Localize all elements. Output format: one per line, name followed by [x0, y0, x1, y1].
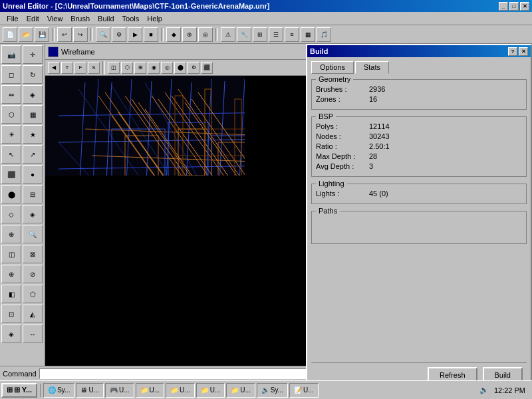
tool-btn-extra7[interactable]: ⊡	[1, 305, 21, 323]
dialog-title-buttons: ? ✕	[508, 47, 528, 56]
toolbar-btn-11[interactable]: 🔧	[237, 27, 251, 42]
sub-toolbar-btn-s[interactable]: S	[88, 62, 100, 74]
start-button[interactable]: ⊞ ⊞ Y...	[1, 383, 37, 398]
toolbar-btn-5[interactable]: ▶	[128, 27, 142, 42]
toolbar-undo[interactable]: ↩	[57, 27, 72, 42]
tool-btn-shape[interactable]: ◇	[1, 205, 21, 223]
sub-toolbar-btn-5[interactable]: ◉	[148, 62, 160, 74]
taskbar-item-5[interactable]: 📁 U...	[196, 383, 225, 398]
toolbar-btn-15[interactable]: ▦	[301, 27, 315, 42]
taskbar-item-6[interactable]: 📁 U...	[226, 383, 255, 398]
tool-btn-select[interactable]: ◻	[1, 65, 21, 84]
tool-btn-extra8[interactable]: ◭	[23, 305, 43, 323]
toolbar-btn-14[interactable]: ≡	[285, 27, 299, 42]
tool-btn-extra9[interactable]: ◈	[1, 325, 21, 343]
taskbar-icon-7: 🔊	[261, 386, 269, 394]
sub-toolbar-btn-t[interactable]: T	[61, 62, 73, 74]
tool-btn-extra5[interactable]: ◧	[1, 285, 21, 303]
menu-build[interactable]: Build	[94, 13, 118, 24]
sub-toolbar-btn-4[interactable]: ⊞	[134, 62, 146, 74]
toolbar-btn-9[interactable]: ◎	[198, 27, 213, 42]
tool-btn-zoom[interactable]: 🔍	[23, 225, 43, 243]
toolbar-save[interactable]: 💾	[35, 27, 49, 42]
toolbar-btn-3[interactable]: 🔍	[96, 27, 110, 42]
tool-btn-diagonal[interactable]: ↗	[23, 145, 43, 164]
dialog-close-button[interactable]: ✕	[519, 47, 528, 56]
tab-stats[interactable]: Stats	[355, 61, 389, 74]
sub-toolbar-btn-7[interactable]: ⬤	[174, 62, 186, 74]
tool-btn-sphere[interactable]: ●	[23, 165, 43, 184]
tool-btn-actor[interactable]: ★	[23, 125, 43, 144]
toolbar-redo[interactable]: ↪	[73, 27, 88, 42]
toolbar-btn-13[interactable]: ☰	[269, 27, 283, 42]
toolbar-btn-7[interactable]: ◆	[166, 27, 181, 42]
taskbar-item-4[interactable]: 📁 U...	[166, 383, 195, 398]
taskbar-label-0: Sy...	[57, 386, 70, 394]
tool-btn-extra2[interactable]: ⊠	[23, 245, 43, 263]
tool-btn-cube[interactable]: ⬛	[1, 165, 21, 184]
taskbar-item-8[interactable]: 📝 U...	[289, 383, 319, 398]
tool-btn-rotate[interactable]: ↻	[23, 65, 43, 84]
toolbar-btn-8[interactable]: ⊕	[182, 27, 197, 42]
menu-view[interactable]: View	[43, 13, 67, 24]
taskbar-item-7[interactable]: 🔊 Sy...	[257, 383, 288, 398]
menu-edit[interactable]: Edit	[23, 13, 43, 24]
close-button[interactable]: ✕	[520, 2, 529, 11]
tab-options[interactable]: Options	[311, 61, 354, 74]
sub-toolbar-btn-3[interactable]: ⬡	[121, 62, 133, 74]
tool-row-10: ⊕ 🔍	[1, 225, 43, 243]
taskbar-item-1[interactable]: 🖥 U...	[76, 383, 104, 398]
menu-tools[interactable]: Tools	[118, 13, 144, 24]
menu-file[interactable]: File	[3, 13, 23, 24]
menu-brush[interactable]: Brush	[66, 13, 94, 24]
lights-row: Lights : 45 (0)	[316, 190, 522, 198]
toolbar-btn-4[interactable]: ⚙	[112, 27, 126, 42]
sub-toolbar-btn-f[interactable]: F	[74, 62, 86, 74]
tool-btn-brush[interactable]: ⬡	[1, 105, 21, 124]
tool-btn-camera[interactable]: 📷	[1, 45, 21, 64]
minimize-button[interactable]: _	[499, 2, 508, 11]
maximize-button[interactable]: □	[509, 2, 519, 11]
menu-help[interactable]: Help	[143, 13, 166, 24]
zones-label: Zones :	[316, 95, 369, 103]
tool-row-6: ↖ ↗	[1, 145, 43, 164]
sub-toolbar-btn-1[interactable]: ◀	[48, 62, 60, 74]
tool-btn-move[interactable]: ✛	[23, 45, 43, 64]
tool-btn-light[interactable]: ☀	[1, 125, 21, 144]
tool-row-7: ⬛ ●	[1, 165, 43, 184]
tool-btn-texture[interactable]: ▦	[23, 105, 43, 124]
toolbar-btn-10[interactable]: ⚠	[221, 27, 235, 42]
toolbar-new[interactable]: 📄	[3, 27, 17, 42]
taskbar-item-0[interactable]: 🌐 Sy...	[43, 383, 74, 398]
taskbar-icon-3: 📁	[140, 386, 148, 394]
tool-btn-pivot[interactable]: ⊕	[1, 225, 21, 243]
tool-btn-cylinder[interactable]: ⬤	[1, 185, 21, 203]
tool-btn-extra1[interactable]: ◫	[1, 245, 21, 263]
toolbar-open[interactable]: 📂	[19, 27, 33, 42]
main-area: 📷 ✛ ◻ ↻ ⇔ ◈ ⬡ ▦ ☀ ★ ↖ ↗ ⬛ ●	[0, 44, 532, 366]
polys-label: Polys :	[316, 122, 369, 130]
title-bar-buttons: _ □ ✕	[499, 2, 529, 11]
taskbar-item-3[interactable]: 📁 U...	[136, 383, 165, 398]
sub-toolbar-btn-9[interactable]: ⬛	[201, 62, 213, 74]
tool-btn-sheets[interactable]: ◈	[23, 205, 43, 223]
tool-btn-extra3[interactable]: ⊕	[1, 265, 21, 283]
dialog-help-button[interactable]: ?	[508, 47, 517, 56]
toolbar-btn-12[interactable]: ⊞	[253, 27, 267, 42]
tool-btn-stairs[interactable]: ⊟	[23, 185, 43, 203]
paths-label: Paths	[316, 207, 340, 215]
sub-toolbar-btn-2[interactable]: ◫	[108, 62, 120, 74]
tool-btn-vertex[interactable]: ◈	[23, 85, 43, 104]
tool-btn-arrow[interactable]: ↖	[1, 145, 21, 164]
toolbar-btn-16[interactable]: 🎵	[317, 27, 331, 42]
toolbar-btn-6[interactable]: ■	[144, 27, 158, 42]
tool-btn-extra6[interactable]: ⬠	[23, 285, 43, 303]
tool-btn-extra4[interactable]: ⊘	[23, 265, 43, 283]
tool-btn-extra10[interactable]: ↔	[23, 325, 43, 343]
sub-toolbar-btn-6[interactable]: ◎	[161, 62, 173, 74]
taskbar-icon-1: 🖥	[80, 386, 87, 394]
sub-toolbar-btn-8[interactable]: ⚙	[188, 62, 200, 74]
taskbar-item-2[interactable]: 🎮 U...	[105, 383, 134, 398]
toolbar-sep-1	[52, 28, 55, 41]
tool-btn-scale[interactable]: ⇔	[1, 85, 21, 104]
